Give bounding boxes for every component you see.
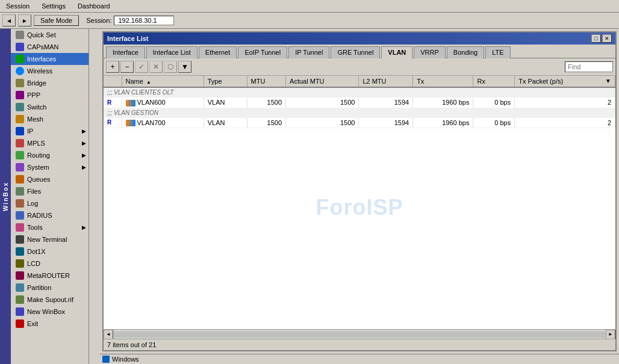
sidebar-item-bridge[interactable]: Bridge bbox=[11, 77, 89, 89]
sidebar-item-dot1x[interactable]: Dot1X bbox=[11, 245, 89, 258]
horizontal-scrollbar[interactable]: ◄ ► bbox=[104, 329, 615, 339]
row-tx: 1960 bps bbox=[413, 117, 473, 128]
window-close-button[interactable]: ✕ bbox=[602, 34, 612, 43]
interface-icon bbox=[126, 120, 135, 126]
tab-vrrp[interactable]: VRRP bbox=[414, 46, 446, 58]
sidebar-item-label: Mesh bbox=[27, 116, 43, 123]
filter-button[interactable]: ▼ bbox=[178, 61, 191, 73]
sidebar-item-mpls[interactable]: MPLS▶ bbox=[11, 137, 89, 149]
expand-arrow-icon: ▶ bbox=[82, 140, 86, 146]
search-input[interactable] bbox=[565, 61, 613, 72]
col-mtu[interactable]: MTU bbox=[247, 76, 286, 87]
tab-ethernet[interactable]: Ethernet bbox=[199, 46, 237, 58]
tab-interface[interactable]: Interface bbox=[106, 46, 145, 58]
main-layout: WinBox Quick SetCAPsMANInterfacesWireles… bbox=[0, 29, 619, 364]
menu-session[interactable]: Session bbox=[2, 1, 33, 11]
windows-icon bbox=[102, 356, 110, 363]
scroll-right-button[interactable]: ► bbox=[606, 330, 615, 339]
tab-interface-list[interactable]: Interface List bbox=[146, 46, 198, 58]
sidebar-item-system[interactable]: System▶ bbox=[11, 161, 89, 173]
copy-button[interactable]: ⬡ bbox=[164, 61, 177, 73]
col-name[interactable]: Name ▲ bbox=[122, 76, 204, 87]
sidebar-item-label: New Terminal bbox=[27, 236, 67, 243]
enable-button[interactable]: ✓ bbox=[135, 61, 148, 73]
table-row[interactable]: RVLAN700VLAN1500150015941960 bps0 bps2 bbox=[104, 117, 615, 128]
row-type: VLAN bbox=[204, 117, 247, 128]
sidebar-item-metarouter[interactable]: MetaROUTER bbox=[11, 270, 89, 282]
window-controls: □ ✕ bbox=[591, 34, 612, 43]
sidebar-item-files[interactable]: Files bbox=[11, 185, 89, 197]
sidebar-item-ip[interactable]: IP▶ bbox=[11, 125, 89, 137]
table-row[interactable]: RVLAN600VLAN1500150015941960 bps0 bps2 bbox=[104, 97, 615, 108]
row-tx: 1960 bps bbox=[413, 97, 473, 108]
sidebar-item-make-supout[interactable]: Make Supout.rif bbox=[11, 294, 89, 306]
menu-settings[interactable]: Settings bbox=[38, 1, 69, 11]
sidebar-item-label: MPLS bbox=[27, 140, 45, 147]
sidebar-item-label: Bridge bbox=[27, 79, 46, 87]
sidebar-item-ppp[interactable]: PPP bbox=[11, 89, 89, 101]
col-type[interactable]: Type bbox=[204, 76, 247, 87]
sidebar-item-new-winbox[interactable]: New WinBox bbox=[11, 306, 89, 318]
ppp-icon bbox=[16, 91, 24, 99]
tab-ip-tunnel[interactable]: IP Tunnel bbox=[288, 46, 329, 58]
row-type: VLAN bbox=[204, 97, 247, 108]
sidebar-item-label: LCD bbox=[27, 260, 40, 267]
scroll-left-button[interactable]: ◄ bbox=[104, 330, 113, 339]
tab-gre-tunnel[interactable]: GRE Tunnel bbox=[331, 46, 380, 58]
bridge-icon bbox=[16, 79, 24, 87]
forward-button[interactable]: ► bbox=[18, 14, 31, 26]
expand-arrow-icon: ▶ bbox=[82, 152, 86, 158]
menubar: Session Settings Dashboard bbox=[0, 0, 619, 13]
sidebar-item-queues[interactable]: Queues bbox=[11, 173, 89, 185]
disable-button[interactable]: ✕ bbox=[149, 61, 163, 73]
menu-dashboard[interactable]: Dashboard bbox=[74, 1, 114, 11]
sidebar-item-wireless[interactable]: Wireless bbox=[11, 65, 89, 77]
row-name: VLAN700 bbox=[122, 117, 204, 128]
col-flag[interactable] bbox=[104, 76, 122, 87]
windows-label: Windows bbox=[112, 356, 139, 363]
tab-eoip-tunnel[interactable]: EoIP Tunnel bbox=[238, 46, 287, 58]
lcd-icon bbox=[16, 259, 24, 268]
sidebar-item-new-terminal[interactable]: New Terminal bbox=[11, 233, 89, 245]
data-table: Name ▲ Type MTU Actual MTU L2 MTU Tx Rx … bbox=[104, 76, 615, 329]
sidebar-item-log[interactable]: Log bbox=[11, 197, 89, 209]
col-rx[interactable]: Rx bbox=[473, 76, 515, 87]
sidebar-item-interfaces[interactable]: Interfaces bbox=[11, 53, 89, 65]
vlan-table: Name ▲ Type MTU Actual MTU L2 MTU Tx Rx … bbox=[104, 76, 615, 128]
sidebar-item-quick-set[interactable]: Quick Set bbox=[11, 29, 89, 41]
sidebar-item-label: Switch bbox=[27, 103, 46, 111]
sidebar-item-mesh[interactable]: Mesh bbox=[11, 113, 89, 125]
sidebar-item-switch[interactable]: Switch bbox=[11, 101, 89, 113]
sidebar-item-label: Make Supout.rif bbox=[27, 296, 73, 303]
col-tx-packet[interactable]: Tx Packet (p/s) ▼ bbox=[515, 76, 615, 87]
col-l2-mtu[interactable]: L2 MTU bbox=[359, 76, 413, 87]
sidebar-item-lcd[interactable]: LCD bbox=[11, 258, 89, 270]
sidebar-item-tools[interactable]: Tools▶ bbox=[11, 221, 89, 233]
sidebar-item-label: MetaROUTER bbox=[27, 272, 70, 279]
scroll-track[interactable] bbox=[113, 332, 606, 338]
tab-lte[interactable]: LTE bbox=[485, 46, 510, 58]
row-actual-mtu: 1500 bbox=[286, 117, 359, 128]
mesh-icon bbox=[16, 115, 24, 123]
tab-bonding[interactable]: Bonding bbox=[447, 46, 484, 58]
window-restore-button[interactable]: □ bbox=[591, 34, 601, 43]
sidebar-item-radius[interactable]: RADIUS bbox=[11, 209, 89, 221]
expand-arrow-icon: ▶ bbox=[82, 164, 86, 170]
content-area: Interface List □ ✕ InterfaceInterface Li… bbox=[100, 29, 619, 364]
back-button[interactable]: ◄ bbox=[2, 14, 16, 26]
remove-button[interactable]: − bbox=[120, 61, 134, 73]
col-actual-mtu[interactable]: Actual MTU bbox=[286, 76, 359, 87]
mpls-icon bbox=[16, 139, 24, 147]
sidebar-item-partition[interactable]: Partition bbox=[11, 282, 89, 294]
new-winbox-icon bbox=[16, 307, 24, 316]
sidebar-item-routing[interactable]: Routing▶ bbox=[11, 149, 89, 161]
tab-vlan[interactable]: VLAN bbox=[381, 46, 412, 58]
row-rx: 0 bps bbox=[473, 97, 515, 108]
sidebar-item-exit[interactable]: Exit bbox=[11, 318, 89, 330]
add-button[interactable]: + bbox=[106, 61, 119, 73]
sidebar-item-capsman[interactable]: CAPsMAN bbox=[11, 41, 89, 53]
safe-mode-button[interactable]: Safe Mode bbox=[34, 15, 79, 26]
row-rx: 0 bps bbox=[473, 117, 515, 128]
group-header-cell: ;;; VLAN GESTION bbox=[104, 108, 615, 117]
col-tx[interactable]: Tx bbox=[413, 76, 473, 87]
